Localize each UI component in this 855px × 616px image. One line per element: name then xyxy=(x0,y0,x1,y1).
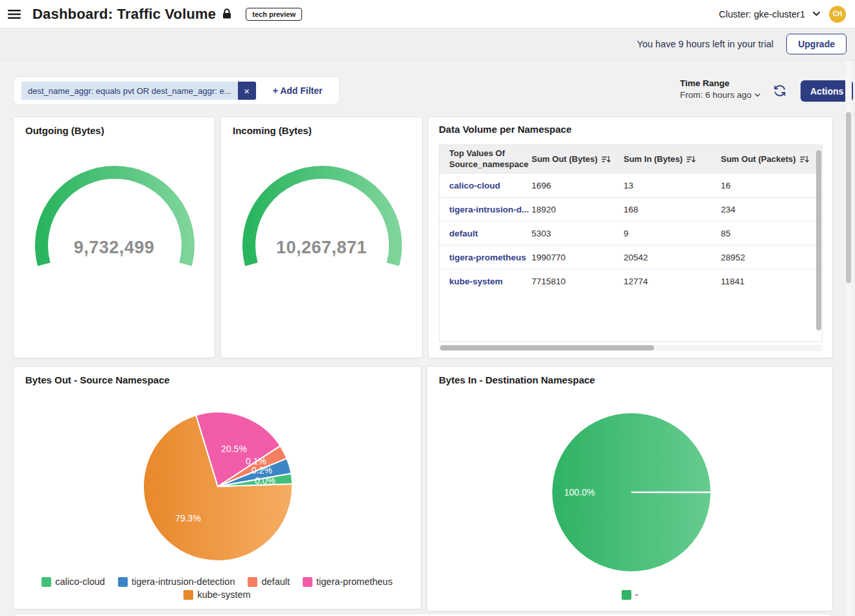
column-header-label: Sum Out (Packets) xyxy=(721,154,796,164)
legend-item-kube-system[interactable]: kube-system xyxy=(183,589,250,600)
card-bytes-in-pie: Bytes In - Destination Namespace 100.0% … xyxy=(427,366,833,611)
legend-swatch xyxy=(248,577,257,587)
legend-swatch xyxy=(118,577,128,587)
legend-swatch xyxy=(183,590,193,600)
cell-sum-out-packets: 85 xyxy=(721,229,818,238)
legend-item-tigera-intrusion-detection[interactable]: tigera-intrusion-detection xyxy=(118,576,235,587)
app-header: Dashboard: Traffic Volume tech preview C… xyxy=(0,0,855,29)
cell-sum-out-packets: 11841 xyxy=(721,277,818,286)
table-row: calico-cloud 1696 13 16 xyxy=(439,173,822,197)
pie-legend-row: kube-system xyxy=(14,589,421,600)
cell-sum-out-bytes: 1990770 xyxy=(532,253,624,262)
legend-label: kube-system xyxy=(197,589,250,600)
table-horizontal-scrollbar[interactable] xyxy=(439,345,823,351)
card-title: Data Volume per Namespace xyxy=(439,124,572,135)
outgoing-bytes-value: 9,732,499 xyxy=(14,238,215,258)
legend-item-calico-cloud[interactable]: calico-cloud xyxy=(41,576,105,587)
chevron-down-icon xyxy=(755,93,760,97)
filter-chip[interactable]: dest_name_aggr: equals pvt OR dest_name_… xyxy=(21,82,256,100)
legend-label: tigera-prometheus xyxy=(316,576,393,587)
table-row: tigera-prometheus 1990770 20542 28952 xyxy=(439,245,822,269)
card-data-volume-table: Data Volume per Namespace Top Values Of … xyxy=(428,117,833,358)
page-title: Dashboard: Traffic Volume xyxy=(32,6,216,23)
namespace-table: Top Values Of Source_namespace Sum Out (… xyxy=(439,144,823,342)
cell-sum-out-packets: 28952 xyxy=(721,253,818,262)
time-range: Time Range From: 6 hours ago xyxy=(680,78,760,100)
namespace-link[interactable]: kube-system xyxy=(439,277,532,286)
sort-amount-icon xyxy=(686,155,696,163)
cell-sum-out-packets: 16 xyxy=(721,181,818,190)
legend-swatch xyxy=(41,577,51,587)
pie-legend-row: calico-cloud tigera-intrusion-detection … xyxy=(14,576,421,587)
time-range-from-value: From: 6 hours ago xyxy=(680,90,751,100)
bytes-out-pie-chart xyxy=(14,367,422,610)
legend-swatch xyxy=(303,577,312,587)
cell-sum-in-bytes: 9 xyxy=(624,229,721,238)
cell-sum-out-bytes: 18920 xyxy=(532,205,624,214)
avatar[interactable]: CH xyxy=(829,6,846,23)
cell-sum-in-bytes: 13 xyxy=(624,181,721,190)
table-row: kube-system 7715810 12774 11841 xyxy=(439,269,822,293)
cell-sum-out-packets: 234 xyxy=(721,205,818,214)
trial-message: You have 9 hours left in your trial xyxy=(637,39,774,49)
cell-sum-in-bytes: 20542 xyxy=(624,253,721,262)
filter-chip-label: dest_name_aggr: equals pvt OR dest_name_… xyxy=(21,82,238,100)
card-outgoing-bytes: Outgoing (Bytes) 9,732,499 xyxy=(13,117,215,358)
bytes-in-pie-chart xyxy=(427,367,834,612)
legend-label: default xyxy=(261,576,290,587)
pie-slice-label: 100.0% xyxy=(564,487,594,497)
namespace-link[interactable]: calico-cloud xyxy=(439,181,532,190)
legend-item-dash[interactable]: - xyxy=(622,589,638,600)
cluster-label: Cluster: gke-cluster1 xyxy=(719,9,805,19)
time-range-label: Time Range xyxy=(680,78,760,88)
table-row: default 5303 9 85 xyxy=(439,221,822,245)
table-vertical-scrollbar[interactable] xyxy=(816,146,821,341)
column-header-label: Sum In (Bytes) xyxy=(624,154,683,164)
trial-banner: You have 9 hours left in your trial Upgr… xyxy=(0,29,855,60)
sort-amount-icon xyxy=(800,155,809,163)
table-header-row: Top Values Of Source_namespace Sum Out (… xyxy=(439,145,822,173)
refresh-button[interactable] xyxy=(773,84,787,98)
legend-label: - xyxy=(635,589,638,600)
add-filter-button[interactable]: + Add Filter xyxy=(273,86,323,96)
cell-sum-out-bytes: 5303 xyxy=(532,229,624,238)
column-header-sum-out-bytes[interactable]: Sum Out (Bytes) xyxy=(532,154,624,164)
filter-chip-close-icon[interactable]: × xyxy=(238,82,256,100)
pie-slice-label: 20.5% xyxy=(221,444,247,454)
lock-icon xyxy=(222,8,231,19)
cell-sum-in-bytes: 12774 xyxy=(624,277,721,286)
pie-slice-label: 0.2% xyxy=(252,465,272,475)
column-header-line1: Top Values Of xyxy=(449,148,505,158)
column-header-source-namespace[interactable]: Top Values Of Source_namespace xyxy=(439,148,532,170)
namespace-link[interactable]: tigera-intrusion-d... xyxy=(439,205,532,214)
column-header-label: Sum Out (Bytes) xyxy=(532,154,598,164)
filter-bar: dest_name_aggr: equals pvt OR dest_name_… xyxy=(13,76,340,105)
card-incoming-bytes: Incoming (Bytes) 10,267,871 xyxy=(220,117,423,358)
pie-legend-row: - xyxy=(427,589,832,600)
namespace-link[interactable]: default xyxy=(439,229,532,238)
cell-sum-out-bytes: 7715810 xyxy=(532,277,624,286)
upgrade-button[interactable]: Upgrade xyxy=(786,34,847,54)
pie-slice-label: 0.0% xyxy=(255,475,275,486)
time-range-from-dropdown[interactable]: From: 6 hours ago xyxy=(680,90,760,100)
table-row: tigera-intrusion-d... 18920 168 234 xyxy=(439,197,822,221)
legend-item-tigera-prometheus[interactable]: tigera-prometheus xyxy=(303,576,393,587)
card-next-row-partial xyxy=(13,613,833,616)
namespace-link[interactable]: tigera-prometheus xyxy=(439,253,532,262)
sort-amount-icon xyxy=(602,155,611,163)
legend-label: calico-cloud xyxy=(55,576,105,587)
legend-swatch xyxy=(622,590,631,600)
cell-sum-out-bytes: 1696 xyxy=(532,181,624,190)
legend-label: tigera-intrusion-detection xyxy=(132,576,235,587)
cell-sum-in-bytes: 168 xyxy=(624,205,721,214)
column-header-sum-in-bytes[interactable]: Sum In (Bytes) xyxy=(624,154,721,164)
card-bytes-out-pie: Bytes Out - Source Namespace 20.5% 0.1% … xyxy=(13,366,421,610)
page-vertical-scrollbar[interactable] xyxy=(845,60,852,616)
dashboard-content: dest_name_aggr: equals pvt OR dest_name_… xyxy=(0,60,855,616)
chevron-down-icon xyxy=(813,12,820,16)
legend-item-default[interactable]: default xyxy=(248,576,290,587)
column-header-sum-out-packets[interactable]: Sum Out (Packets) xyxy=(721,154,818,164)
column-header-line2: Source_namespace xyxy=(449,159,528,169)
cluster-dropdown[interactable]: Cluster: gke-cluster1 xyxy=(719,9,820,19)
hamburger-menu-icon[interactable] xyxy=(0,0,29,29)
